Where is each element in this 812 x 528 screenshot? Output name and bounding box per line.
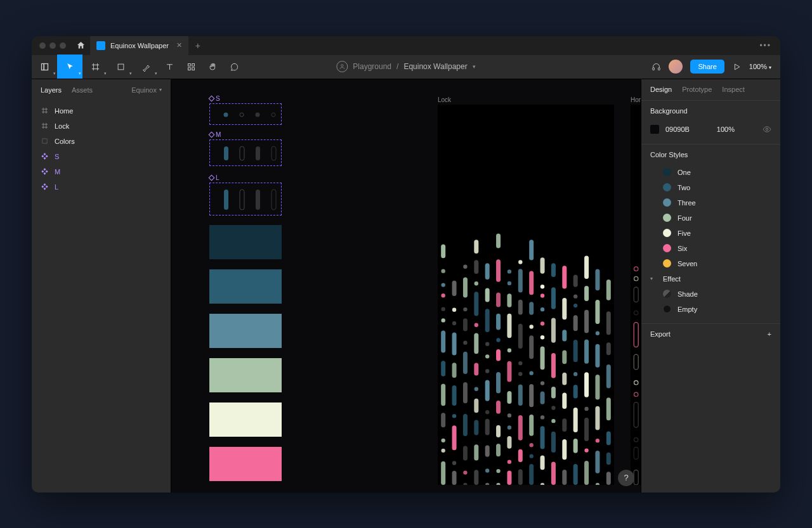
component-label-l[interactable]: L bbox=[209, 174, 219, 181]
svg-rect-221 bbox=[634, 447, 638, 459]
canvas[interactable]: S M L Lock Home bbox=[171, 79, 641, 493]
close-icon[interactable]: ✕ bbox=[176, 41, 182, 49]
component-m[interactable] bbox=[209, 139, 282, 166]
titlebar: Equinox Wallpaper ✕ + ••• bbox=[32, 36, 780, 55]
style-effect[interactable]: ▾ Effect bbox=[650, 271, 771, 287]
svg-point-66 bbox=[452, 414, 456, 418]
present-icon[interactable] bbox=[732, 62, 742, 72]
figma-menu-icon[interactable]: ••• bbox=[750, 41, 780, 50]
zoom-level[interactable]: 100% ▾ bbox=[749, 63, 771, 70]
tab-design[interactable]: Design bbox=[650, 86, 672, 93]
svg-point-91 bbox=[475, 323, 478, 326]
tab-inspect[interactable]: Inspect bbox=[722, 86, 744, 93]
window-controls[interactable] bbox=[32, 42, 74, 49]
color-style-three[interactable]: Three bbox=[650, 195, 771, 210]
text-tool[interactable] bbox=[159, 55, 180, 79]
layer-home[interactable]: Home bbox=[32, 103, 171, 119]
component-s[interactable] bbox=[209, 103, 282, 125]
plus-icon[interactable]: + bbox=[768, 330, 771, 338]
svg-rect-207 bbox=[595, 374, 599, 399]
avatar[interactable] bbox=[669, 60, 683, 74]
home-icon[interactable] bbox=[74, 39, 88, 53]
svg-point-168 bbox=[551, 418, 555, 422]
resources-tool[interactable] bbox=[180, 55, 202, 79]
style-empty[interactable]: Empty bbox=[650, 302, 771, 317]
bg-swatch[interactable] bbox=[650, 125, 659, 134]
color-style-seven[interactable]: Seven bbox=[650, 256, 771, 271]
svg-point-197 bbox=[584, 406, 588, 410]
component-label-s[interactable]: S bbox=[209, 95, 220, 102]
svg-point-104 bbox=[485, 342, 489, 345]
style-shade[interactable]: Shade bbox=[650, 287, 771, 302]
share-button[interactable]: Share bbox=[690, 60, 724, 74]
comment-tool[interactable] bbox=[223, 55, 245, 79]
pen-tool[interactable]: ▾ bbox=[133, 55, 159, 79]
headphones-icon[interactable] bbox=[652, 62, 661, 72]
layer-lock[interactable]: Lock bbox=[32, 119, 171, 134]
swatch-5[interactable] bbox=[209, 447, 282, 481]
group-icon bbox=[41, 138, 48, 145]
frame-lock[interactable] bbox=[438, 105, 614, 485]
layer-l[interactable]: L bbox=[32, 179, 171, 195]
shape-tool[interactable]: ▾ bbox=[108, 55, 133, 79]
svg-rect-37 bbox=[43, 188, 46, 190]
bg-opacity[interactable]: 100% bbox=[717, 126, 735, 133]
component-l[interactable] bbox=[209, 183, 282, 216]
swatch-2[interactable] bbox=[209, 314, 282, 348]
svg-rect-151 bbox=[529, 271, 534, 295]
svg-rect-118 bbox=[496, 259, 501, 281]
chevron-down-icon[interactable]: ▾ bbox=[473, 63, 476, 70]
traffic-light-min[interactable] bbox=[49, 42, 56, 49]
section-export[interactable]: Export + bbox=[641, 324, 780, 344]
svg-point-124 bbox=[508, 413, 511, 417]
svg-rect-80 bbox=[463, 318, 468, 331]
svg-point-115 bbox=[496, 338, 500, 342]
user-icon bbox=[336, 61, 348, 72]
file-name: Equinox Wallpaper bbox=[403, 62, 467, 71]
color-style-one[interactable]: One bbox=[650, 165, 771, 180]
swatch-1[interactable] bbox=[209, 269, 282, 304]
help-button[interactable]: ? bbox=[618, 470, 634, 486]
page-selector[interactable]: Equinox▾ bbox=[131, 86, 162, 94]
frame-label-lock[interactable]: Lock bbox=[438, 96, 451, 103]
svg-rect-26 bbox=[43, 153, 46, 155]
traffic-light-max[interactable] bbox=[60, 42, 66, 49]
traffic-light-close[interactable] bbox=[39, 42, 46, 49]
tab-prototype[interactable]: Prototype bbox=[682, 86, 712, 93]
eye-icon[interactable] bbox=[763, 125, 771, 134]
svg-rect-44 bbox=[256, 146, 260, 160]
color-style-six[interactable]: Six bbox=[650, 241, 771, 256]
new-tab-button[interactable]: + bbox=[188, 41, 207, 51]
svg-rect-69 bbox=[452, 332, 457, 355]
svg-point-231 bbox=[634, 266, 638, 270]
tab-equinox[interactable]: Equinox Wallpaper ✕ bbox=[90, 36, 188, 55]
svg-rect-95 bbox=[474, 240, 478, 254]
tab-title: Equinox Wallpaper bbox=[110, 42, 169, 49]
bg-hex[interactable]: 09090B bbox=[665, 126, 690, 133]
component-label-m[interactable]: M bbox=[209, 131, 221, 138]
layer-colors[interactable]: Colors bbox=[32, 134, 171, 149]
hand-tool[interactable] bbox=[202, 55, 223, 79]
frame-label-home[interactable]: Home bbox=[631, 96, 641, 103]
tab-layers[interactable]: Layers bbox=[41, 86, 62, 94]
layer-m[interactable]: M bbox=[32, 164, 171, 179]
color-style-two[interactable]: Two bbox=[650, 180, 771, 195]
frame-home[interactable] bbox=[631, 105, 641, 485]
color-style-four[interactable]: Four bbox=[650, 210, 771, 226]
layer-s[interactable]: S bbox=[32, 149, 171, 164]
tab-assets[interactable]: Assets bbox=[72, 86, 93, 94]
swatch-0[interactable] bbox=[209, 225, 282, 259]
move-tool[interactable]: ▾ bbox=[57, 55, 82, 79]
svg-rect-208 bbox=[595, 344, 599, 367]
svg-point-153 bbox=[540, 482, 544, 484]
breadcrumb[interactable]: Playground / Equinox Wallpaper ▾ bbox=[336, 61, 475, 72]
main-menu-button[interactable]: ▾ bbox=[32, 55, 57, 79]
svg-rect-99 bbox=[485, 418, 490, 435]
frame-tool[interactable]: ▾ bbox=[82, 55, 108, 79]
swatch-4[interactable] bbox=[209, 402, 282, 437]
svg-rect-223 bbox=[634, 402, 638, 427]
color-style-five[interactable]: Five bbox=[650, 226, 771, 241]
svg-rect-116 bbox=[496, 313, 501, 330]
swatch-3[interactable] bbox=[209, 358, 282, 392]
svg-rect-148 bbox=[529, 335, 534, 359]
